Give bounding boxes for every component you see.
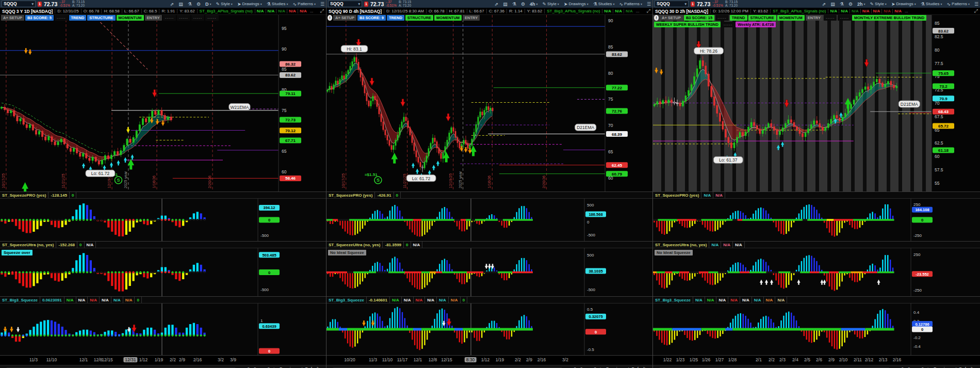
histogram-bar	[859, 273, 861, 281]
indicator-svg[interactable]: 503.4850-500	[0, 248, 326, 296]
menu-style[interactable]: ✎Style▾	[216, 2, 233, 7]
zero-line-segment	[347, 271, 353, 274]
price-axis-tick: 57.5	[935, 167, 943, 172]
timeframe-button[interactable]: 4h▾	[530, 2, 538, 7]
symbol-dropdown-icon[interactable]: ▾	[31, 1, 34, 7]
menu-patterns[interactable]: ∿Patterns▾	[293, 2, 316, 7]
timeframe-button[interactable]: 2h▾	[857, 2, 865, 7]
indicator-pane-3[interactable]: 0.50.320750-0.5	[326, 303, 652, 355]
news-icon[interactable]: ▤	[830, 2, 835, 7]
indicator-svg[interactable]: 50038.1035-500	[326, 248, 653, 296]
vertical-gridline-label: 1/16/26	[487, 175, 492, 188]
tests-icon[interactable]: ⚗	[512, 2, 516, 7]
menu-studies[interactable]: ⚗Studies▾	[593, 2, 615, 7]
indicator-svg[interactable]: 250164.1080-250	[653, 199, 979, 241]
indicator-pane-3[interactable]: 10.634390	[0, 303, 326, 355]
hamburger-menu-icon[interactable]: ☰	[974, 2, 978, 7]
candle-body	[457, 138, 458, 143]
timeframe-label: D	[205, 2, 209, 7]
menu-drawings[interactable]: ➤Drawings▾	[237, 2, 262, 7]
menu-patterns[interactable]: ∿Patterns▾	[947, 2, 970, 7]
indicator-pane-1[interactable]: 500186.5680-500	[326, 199, 652, 241]
histogram-bar	[870, 213, 871, 220]
news-icon[interactable]: ▤	[178, 2, 183, 7]
menu-style[interactable]: ✎Style▾	[543, 2, 559, 7]
menu-studies[interactable]: ⚗Studies▾	[267, 2, 288, 7]
symbol-input[interactable]: SQQQ▾	[328, 1, 362, 7]
indicator-pane-1[interactable]: 250164.1080-250	[653, 199, 980, 241]
zero-line-segment	[326, 328, 339, 331]
news-icon[interactable]: ▤	[503, 2, 508, 7]
histogram-bar	[394, 205, 395, 220]
timeframe-button[interactable]: D▾	[205, 2, 211, 7]
indicator-pane-2[interactable]: No Ideal Squeeze50038.1035-500	[326, 248, 652, 296]
indicator-pane-3[interactable]: 0.40.20.127860-0.2-0.4	[653, 303, 980, 355]
zero-line-dot	[15, 219, 17, 221]
indicator-svg[interactable]: 394.120-500	[0, 199, 326, 241]
histogram-bar	[765, 262, 767, 272]
zero-line-segment	[834, 219, 853, 221]
share-icon[interactable]: ⇗	[822, 2, 826, 7]
na-flag: N/A	[839, 9, 850, 13]
menu-style[interactable]: ✎Style▾	[870, 2, 887, 7]
zero-line-segment	[853, 219, 894, 221]
menu-drawings[interactable]: ➤Drawings▾	[891, 2, 916, 7]
settings-gear-icon[interactable]: ⚙	[848, 2, 853, 7]
histogram-bar	[357, 220, 358, 234]
indicator-svg[interactable]: 500186.5680-500	[326, 199, 653, 241]
share-icon[interactable]: ⇗	[170, 2, 174, 7]
histogram-bar	[54, 322, 56, 335]
tests-icon[interactable]: ⚗	[188, 2, 192, 7]
indicator-pane-2[interactable]: Squeeze over503.4850-500	[0, 248, 326, 296]
histogram-bar	[801, 261, 803, 273]
indicator-svg[interactable]: 0.40.20.127860-0.2-0.4	[653, 303, 979, 355]
symbol-input[interactable]: SQQQ▾	[2, 1, 36, 7]
symbol-dropdown-icon[interactable]: ▾	[358, 1, 360, 7]
expand-icon[interactable]: ⤢	[972, 8, 980, 14]
indicator-value: N/A	[402, 297, 414, 303]
zero-line-dot	[186, 271, 188, 273]
histogram-bar	[791, 273, 792, 281]
chart-panel-2: SQQQ▾172.73-.37-0.51%B: 73.15A: 73.20⇗▤⚗…	[326, 0, 653, 368]
candle-body	[17, 116, 18, 121]
indicator-pane-2[interactable]: No Ideal Squeeze250-23.552-250	[653, 248, 980, 296]
histogram-bar	[352, 329, 353, 348]
trendline[interactable]	[100, 22, 148, 69]
menu-label: Drawings	[242, 2, 259, 6]
indicator-axis-badge-value: 503.485	[262, 253, 276, 258]
symbol-dropdown-icon[interactable]: ▾	[684, 1, 687, 7]
histogram-bar	[193, 265, 195, 273]
main-chart[interactable]: 10/17/2511/21/2512/19/252025 year1/16/26…	[0, 15, 326, 191]
symbol-input[interactable]: SQQQ▾	[655, 1, 689, 7]
hamburger-menu-icon[interactable]: ☰	[320, 2, 324, 7]
menu-studies[interactable]: ⚗Studies▾	[921, 2, 942, 7]
indicator-pane-1[interactable]: 394.120-500	[0, 199, 326, 241]
ohlc-field: H: 68.58	[101, 9, 121, 13]
zero-line-segment	[339, 328, 347, 331]
expand-icon[interactable]: ⤢	[318, 8, 326, 14]
indicator-svg[interactable]: 250-23.552-250	[653, 248, 979, 296]
hamburger-menu-icon[interactable]: ☰	[647, 2, 651, 7]
menu-patterns[interactable]: ∿Patterns▾	[619, 2, 642, 7]
menu-drawings[interactable]: ➤Drawings▾	[564, 2, 589, 7]
price-chart-svg[interactable]: 10/17/2511/21/2512/19/252025 year1/16/26…	[326, 15, 653, 191]
indicator-svg[interactable]: 10.634390	[0, 303, 326, 355]
main-chart[interactable]: 10/17/2511/21/2512/19/252025 year1/16/26…	[326, 15, 652, 191]
settings-gear-icon[interactable]: ⚙	[197, 2, 201, 7]
chart-title-bar: SQQQ 90 D 4h [NASDAQ]D: 12/31/25 8:30 AM…	[326, 8, 652, 15]
price-chart-svg[interactable]: Hi: 78.26Lo: 61.37D21EMA8582.58077.57572…	[653, 15, 979, 191]
histogram-bar	[456, 220, 458, 227]
title-more: ...	[308, 9, 315, 13]
tests-icon[interactable]: ⚗	[840, 2, 844, 7]
settings-gear-icon[interactable]: ⚙	[521, 2, 525, 7]
share-icon[interactable]: ⇗	[495, 2, 499, 7]
indicator-value: 0	[77, 242, 84, 248]
arrow-marker	[416, 168, 419, 173]
histogram-bar	[442, 309, 443, 329]
main-chart[interactable]: Hi: 78.26Lo: 61.37D21EMA8582.58077.57572…	[653, 15, 980, 191]
indicator-svg[interactable]: 0.50.320750-0.5	[326, 303, 653, 355]
price-chart-svg[interactable]: 10/17/2511/21/2512/19/252025 year1/16/26…	[0, 15, 326, 191]
arrow-marker	[412, 163, 415, 168]
candle-body	[486, 107, 487, 110]
expand-icon[interactable]: ⤢	[645, 8, 652, 14]
